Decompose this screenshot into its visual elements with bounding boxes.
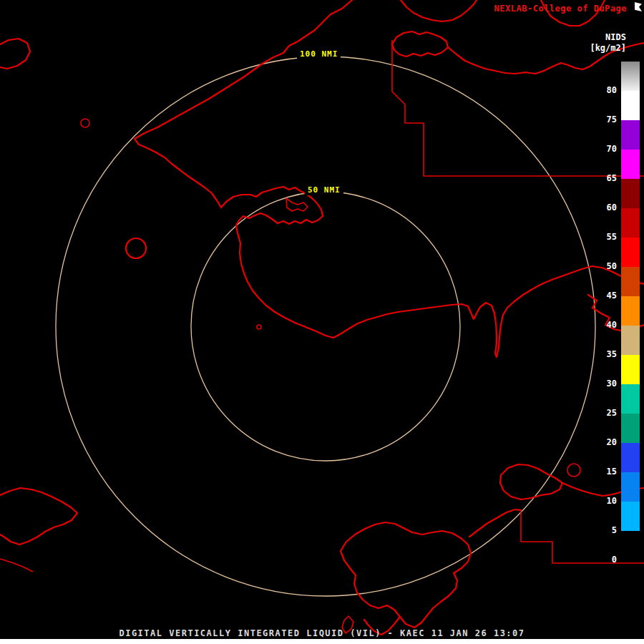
- colorbar-segment-5: [621, 502, 640, 531]
- colorbar-segment-20: [621, 414, 640, 443]
- radar-display: 100 NMI 50 NMI NEXLAB-College of DuPage …: [0, 0, 644, 644]
- colorbar-label-65: 65: [585, 173, 617, 183]
- colorbar-label-45: 45: [585, 291, 617, 301]
- colorbar-label-75: 75: [585, 114, 617, 125]
- colorbar-labels: 80757065605550454035302520151050: [585, 62, 617, 562]
- colorbar-label-10: 10: [585, 496, 617, 506]
- colorbar-label-30: 30: [585, 379, 617, 389]
- colorbar-segment-80: [621, 62, 640, 91]
- colorbar-label-80: 80: [585, 85, 617, 95]
- coastline-northeast-blob: [392, 31, 448, 57]
- coastline-southeast-approach: [469, 509, 521, 537]
- colorbar-segment-45: [621, 267, 640, 296]
- islet-center: [257, 325, 261, 329]
- bottom-bar: [0, 639, 644, 644]
- ring-label-100nmi: 100 NMI: [297, 49, 341, 59]
- colorbar-segment-50: [621, 238, 640, 267]
- colorbar-label-50: 50: [585, 261, 617, 271]
- coastline-main: [135, 0, 644, 357]
- product-title: DIGITAL VERTICALLY INTEGRATED LIQUID (VI…: [0, 628, 644, 638]
- coastline-northwest-blob: [0, 39, 30, 69]
- colorbar-label-20: 20: [585, 437, 617, 447]
- colorbar-segment-30: [621, 355, 640, 384]
- colorbar-segments: [621, 62, 640, 560]
- coastline-southeast-blob: [500, 464, 562, 499]
- colorbar-label-25: 25: [585, 408, 617, 418]
- coastline-southwest-shore: [0, 559, 33, 572]
- colorbar-segment-55: [621, 208, 640, 238]
- colorbar-label-60: 60: [585, 203, 617, 213]
- colorbar-segment-40: [621, 296, 640, 326]
- coastline-southwest-blob: [0, 488, 77, 545]
- colorbar-label-35: 35: [585, 349, 617, 359]
- colorbar-segment-70: [621, 120, 640, 150]
- islet-west: [126, 238, 146, 258]
- islet-northwest: [81, 119, 89, 127]
- colorbar-segment-60: [621, 179, 640, 208]
- coastlines: [0, 0, 644, 635]
- colorbar-label-70: 70: [585, 144, 617, 154]
- brand-text: NEXLAB-College of DuPage: [494, 4, 627, 14]
- range-ring-50nmi: [191, 192, 460, 461]
- radar-map[interactable]: [0, 0, 644, 644]
- colorbar-segment-65: [621, 150, 640, 179]
- colorbar-title: NIDS: [605, 32, 626, 42]
- colorbar-segment-25: [621, 384, 640, 414]
- colorbar-label-15: 15: [585, 467, 617, 477]
- colorbar-label-40: 40: [585, 320, 617, 330]
- ring-label-50nmi: 50 NMI: [305, 185, 343, 195]
- colorbar-segment-0: [621, 531, 640, 560]
- coastline-top-hump-1: [401, 0, 477, 21]
- colorbar-segment-15: [621, 443, 640, 472]
- colorbar-segment-75: [621, 91, 640, 120]
- colorbar-segment-10: [621, 472, 640, 502]
- colorbar-label-55: 55: [585, 232, 617, 242]
- colorbar-label-0: 0: [585, 555, 617, 565]
- coastline-south-island: [341, 522, 471, 628]
- colorbar-label-5: 5: [585, 525, 617, 535]
- colorbar-units: [kg/m2]: [590, 43, 626, 53]
- colorbar-segment-35: [621, 326, 640, 355]
- islet-southeast: [567, 464, 580, 477]
- coastline-peninsula-detail: [286, 198, 308, 211]
